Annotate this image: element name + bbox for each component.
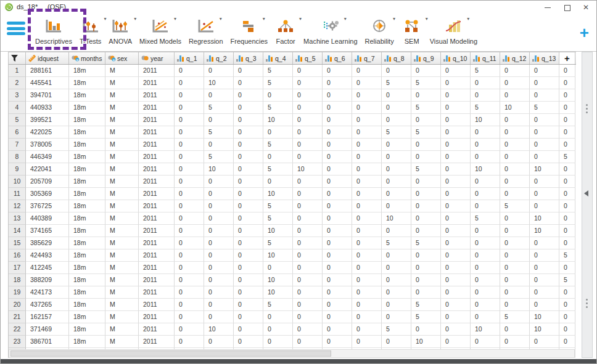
table-cell[interactable]: 18m bbox=[69, 237, 105, 249]
table-cell[interactable]: 0 bbox=[500, 77, 530, 89]
table-cell[interactable]: 0 bbox=[263, 151, 293, 163]
table-cell[interactable]: 394701 bbox=[26, 89, 69, 102]
column-header-q-11[interactable]: q_11 bbox=[471, 52, 500, 64]
table-cell[interactable]: 0 bbox=[471, 176, 500, 188]
table-cell[interactable]: 0 bbox=[500, 65, 530, 77]
close-button[interactable]: ✕ bbox=[577, 1, 595, 14]
table-cell[interactable]: 18m bbox=[69, 311, 105, 323]
column-header-q-6[interactable]: q_6 bbox=[323, 52, 352, 64]
table-cell[interactable]: 0 bbox=[441, 200, 471, 212]
table-cell[interactable]: 0 bbox=[530, 126, 559, 139]
table-cell[interactable]: 0 bbox=[441, 286, 471, 299]
table-cell[interactable]: 0 bbox=[352, 336, 382, 348]
table-cell[interactable]: 0 bbox=[204, 114, 234, 126]
table-cell[interactable]: 10 bbox=[263, 286, 293, 299]
table-cell[interactable]: 0 bbox=[293, 323, 323, 336]
table-cell[interactable]: 5 bbox=[204, 151, 234, 163]
table-cell[interactable]: 0 bbox=[441, 274, 471, 286]
row-number[interactable]: 15 bbox=[9, 237, 26, 249]
table-cell[interactable]: 0 bbox=[234, 176, 263, 188]
table-cell[interactable]: 0 bbox=[263, 336, 293, 348]
table-cell[interactable]: 10 bbox=[293, 163, 323, 176]
table-cell[interactable]: 0 bbox=[500, 249, 530, 262]
table-cell[interactable]: 18m bbox=[69, 89, 105, 102]
table-cell[interactable]: 0 bbox=[441, 323, 471, 336]
table-cell[interactable]: 0 bbox=[382, 188, 411, 200]
table-cell[interactable]: 18m bbox=[69, 163, 105, 176]
table-cell[interactable]: 0 bbox=[500, 139, 530, 151]
add-module-plus-button[interactable]: + bbox=[580, 25, 589, 40]
table-cell[interactable]: 0 bbox=[352, 89, 382, 102]
table-cell[interactable]: 0 bbox=[441, 89, 471, 102]
table-cell[interactable]: 0 bbox=[530, 151, 559, 163]
table-cell[interactable]: 0 bbox=[411, 200, 441, 212]
table-cell[interactable]: 5 bbox=[263, 65, 293, 77]
table-cell[interactable]: 5 bbox=[263, 212, 293, 225]
table-cell[interactable]: 0 bbox=[175, 77, 204, 89]
table-cell[interactable]: 5 bbox=[382, 77, 411, 89]
table-cell[interactable]: 0 bbox=[500, 323, 530, 336]
table-cell[interactable]: M bbox=[105, 286, 139, 299]
table-cell[interactable]: 18m bbox=[69, 212, 105, 225]
table-cell[interactable]: 0 bbox=[500, 286, 530, 299]
table-cell[interactable]: 0 bbox=[559, 200, 575, 212]
table-cell[interactable]: M bbox=[105, 114, 139, 126]
table-cell[interactable]: 0 bbox=[530, 139, 559, 151]
table-cell[interactable]: 0 bbox=[175, 151, 204, 163]
table-cell[interactable]: 0 bbox=[234, 299, 263, 311]
table-cell[interactable]: 10 bbox=[471, 114, 500, 126]
row-number[interactable]: 22 bbox=[9, 323, 26, 336]
table-cell[interactable]: 5 bbox=[559, 249, 575, 262]
table-cell[interactable]: M bbox=[105, 311, 139, 323]
table-cell[interactable]: 0 bbox=[352, 249, 382, 262]
table-cell[interactable]: 0 bbox=[500, 151, 530, 163]
table-cell[interactable]: 0 bbox=[175, 163, 204, 176]
table-cell[interactable]: 0 bbox=[500, 176, 530, 188]
table-cell[interactable]: 2011 bbox=[139, 65, 175, 77]
table-cell[interactable]: 0 bbox=[382, 139, 411, 151]
table-cell[interactable]: 0 bbox=[441, 188, 471, 200]
table-cell[interactable]: 0 bbox=[323, 77, 352, 89]
table-cell[interactable]: 5 bbox=[411, 102, 441, 114]
table-cell[interactable]: M bbox=[105, 176, 139, 188]
table-cell[interactable]: 18m bbox=[69, 336, 105, 348]
table-cell[interactable]: 10 bbox=[530, 163, 559, 176]
table-cell[interactable]: 0 bbox=[352, 311, 382, 323]
table-cell[interactable]: 0 bbox=[263, 126, 293, 139]
panel-splitter[interactable] bbox=[582, 52, 593, 358]
table-cell[interactable]: 5 bbox=[382, 237, 411, 249]
table-cell[interactable]: 0 bbox=[323, 200, 352, 212]
table-cell[interactable]: 440389 bbox=[26, 212, 69, 225]
table-cell[interactable]: 0 bbox=[441, 311, 471, 323]
table-cell[interactable]: 0 bbox=[500, 126, 530, 139]
table-cell[interactable]: 0 bbox=[352, 212, 382, 225]
table-cell[interactable]: 0 bbox=[382, 102, 411, 114]
table-cell[interactable]: 0 bbox=[441, 163, 471, 176]
table-cell[interactable]: 0 bbox=[175, 249, 204, 262]
table-cell[interactable]: 10 bbox=[204, 163, 234, 176]
table-cell[interactable]: 0 bbox=[293, 89, 323, 102]
row-number[interactable]: 21 bbox=[9, 311, 26, 323]
table-cell[interactable]: 5 bbox=[204, 102, 234, 114]
table-cell[interactable]: 0 bbox=[441, 102, 471, 114]
table-cell[interactable]: 0 bbox=[293, 139, 323, 151]
table-cell[interactable]: 0 bbox=[382, 336, 411, 348]
row-number[interactable]: 12 bbox=[9, 200, 26, 212]
table-cell[interactable]: 0 bbox=[471, 126, 500, 139]
table-cell[interactable]: M bbox=[105, 163, 139, 176]
table-cell[interactable]: 0 bbox=[204, 237, 234, 249]
table-cell[interactable]: 0 bbox=[234, 200, 263, 212]
table-cell[interactable]: 0 bbox=[559, 77, 575, 89]
table-cell[interactable]: 18m bbox=[69, 139, 105, 151]
table-cell[interactable]: 0 bbox=[234, 139, 263, 151]
table-cell[interactable]: 388209 bbox=[26, 274, 69, 286]
table-cell[interactable]: 10 bbox=[382, 212, 411, 225]
table-cell[interactable]: 0 bbox=[204, 212, 234, 225]
table-cell[interactable]: 0 bbox=[382, 274, 411, 286]
table-cell[interactable]: 0 bbox=[559, 188, 575, 200]
table-cell[interactable]: 288161 bbox=[26, 65, 69, 77]
table-cell[interactable]: 0 bbox=[293, 126, 323, 139]
add-column-button[interactable]: + bbox=[559, 52, 575, 64]
row-number[interactable]: 2 bbox=[9, 77, 26, 89]
table-cell[interactable]: 0 bbox=[471, 89, 500, 102]
